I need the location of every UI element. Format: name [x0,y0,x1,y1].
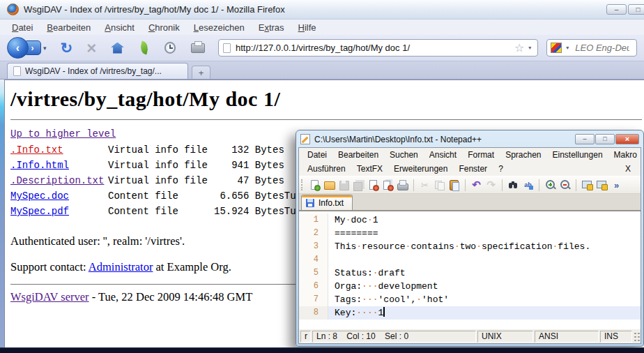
cut-icon[interactable] [419,179,431,190]
sync-vertical-scroll-icon[interactable] [581,179,593,190]
menu-extras[interactable]: Extras [252,21,291,34]
site-favicon [223,43,231,53]
leaf-addon-icon[interactable] [138,41,149,55]
menu-bearbeiten[interactable]: Bearbeiten [40,21,97,34]
search-engine-dropdown-icon[interactable]: ▾ [562,45,571,51]
np-menu-datei[interactable]: Datei [302,149,332,160]
np-menubar-row2: AusführenTextFXErweiterungenFenster?X [299,162,641,176]
sync-horizontal-scroll-icon[interactable] [596,179,608,190]
up-to-higher-level-link[interactable]: Up to higher level [10,128,116,140]
save-file-icon[interactable] [338,179,350,190]
history-clock-icon[interactable] [164,42,176,54]
file-link[interactable]: .Description.txt [10,175,104,186]
bookmark-star-icon[interactable]: ☆ [514,43,524,54]
menu-ansicht[interactable]: Ansicht [98,21,141,34]
back-button[interactable]: ‹ [7,37,29,59]
home-icon[interactable] [111,43,124,54]
file-link[interactable]: .Info.html [10,160,69,171]
np-menu-ausf-hren[interactable]: Ausführen [302,163,351,174]
close-all-icon[interactable] [382,179,394,190]
tab-wsgidav[interactable]: WsgiDAV - Index of /virtres/by_tag/... [7,63,188,79]
editor-line[interactable]: 8Key:····1 [299,306,641,320]
np-menu-fenster[interactable]: Fenster [453,163,493,174]
np-toolbar [299,176,641,194]
notepadpp-titlebar[interactable]: C:\Users\Martin\Desktop\Info.txt - Notep… [298,133,641,147]
stop-icon[interactable]: × [86,40,96,57]
np-menu-sprachen[interactable]: Sprachen [500,149,546,160]
editor-line[interactable]: 2======== [299,227,641,240]
history-dropdown-icon[interactable]: ▾ [43,45,47,52]
print-icon[interactable] [397,179,408,190]
search-input[interactable] [571,42,631,54]
replace-icon[interactable] [522,179,534,190]
line-number: 3 [299,240,328,253]
administrator-link[interactable]: Administrator [89,260,153,273]
np-close-button[interactable]: × [615,134,639,144]
line-text: Orga:···development [328,280,438,293]
new-tab-button[interactable]: + [192,66,210,79]
editor-line[interactable]: 3This·resource·contains·two·specificatio… [299,240,641,253]
file-date-cell: Tu [284,204,296,219]
line-number: 8 [299,306,328,320]
editor-line[interactable]: 1My·doc·1 [299,213,641,227]
editor-line[interactable]: 4 [299,253,641,266]
np-menu-einstellungen[interactable]: Einstellungen [547,149,608,160]
np-restore-button[interactable]: □ [595,134,615,144]
undo-icon[interactable] [470,179,482,190]
reload-icon[interactable]: ↻ [61,40,73,55]
url-bar[interactable]: ☆ ▾ [218,39,538,57]
file-link[interactable]: MySpec.doc [10,190,69,202]
text-editor[interactable]: 1My·doc·12========3This·resource·contain… [299,211,641,329]
status-cursor-position: Ln : 8 Col : 10 Sel : 0 [312,331,476,343]
print-icon[interactable] [191,43,205,53]
close-file-icon[interactable] [367,179,379,190]
new-file-icon[interactable] [309,179,321,190]
notepadpp-window-title: C:\Users\Martin\Desktop\Info.txt - Notep… [314,135,482,144]
firefox-navbar: ‹ › ▾ ↻ × ☆ ▾ ▾ [0,35,644,61]
line-text: Status:·draft [328,266,406,280]
status-eol-format: UNIX [477,331,533,343]
np-menu-ansicht[interactable]: Ansicht [424,149,462,160]
file-link[interactable]: MySpec.pdf [10,206,69,217]
line-number: 5 [299,266,328,280]
editor-line[interactable]: 6Orga:···development [299,280,641,293]
np-menu-help[interactable]: ? [493,163,509,174]
save-all-icon[interactable] [353,179,365,190]
np-menu-textfx[interactable]: TextFX [351,163,388,174]
editor-line[interactable]: 5Status:·draft [299,266,641,280]
open-file-icon[interactable] [323,179,335,190]
zoom-out-icon[interactable] [559,179,571,190]
toolbar-overflow-icon[interactable] [611,179,622,190]
leo-search-engine-icon[interactable] [551,43,562,53]
firefox-tabbar: WsgiDAV - Index of /virtres/by_tag/... + [0,61,644,80]
menu-hilfe[interactable]: Hilfe [292,21,323,34]
np-menu-bearbeiten[interactable]: Bearbeiten [332,149,384,160]
np-minimize-button[interactable]: – [575,134,595,144]
file-link[interactable]: .Info.txt [10,144,63,156]
url-input[interactable] [231,43,514,53]
url-dropdown-icon[interactable]: ▾ [524,45,533,51]
np-menu-suchen[interactable]: Suchen [384,149,424,160]
wsgidav-server-link[interactable]: WsgiDAV server [10,290,89,303]
search-bar[interactable]: ▾ [546,39,637,57]
maximize-button[interactable]: □ [628,4,644,15]
copy-icon[interactable] [434,179,445,190]
support-suffix: at Example Org. [153,260,231,273]
menu-datei[interactable]: Datei [6,21,39,34]
resize-grip[interactable] [633,331,640,343]
tab-info-txt[interactable]: Info.txt [301,195,353,210]
text-caret [383,307,385,317]
minimize-button[interactable]: – [606,4,627,15]
np-close-document-button[interactable]: X [625,164,638,174]
toolbar-grip[interactable] [301,179,304,190]
find-icon[interactable] [507,179,519,190]
menu-chronik[interactable]: Chronik [142,21,186,34]
paste-icon[interactable] [448,179,460,190]
np-menu-makro[interactable]: Makro [608,149,643,160]
redo-icon[interactable] [485,179,497,190]
menu-lesezeichen[interactable]: Lesezeichen [187,21,251,34]
np-menu-format[interactable]: Format [462,149,500,160]
np-menu-erweiterungen[interactable]: Erweiterungen [388,163,453,174]
editor-line[interactable]: 7Tags:···'cool',·'hot' [299,293,641,306]
zoom-in-icon[interactable] [544,179,556,190]
